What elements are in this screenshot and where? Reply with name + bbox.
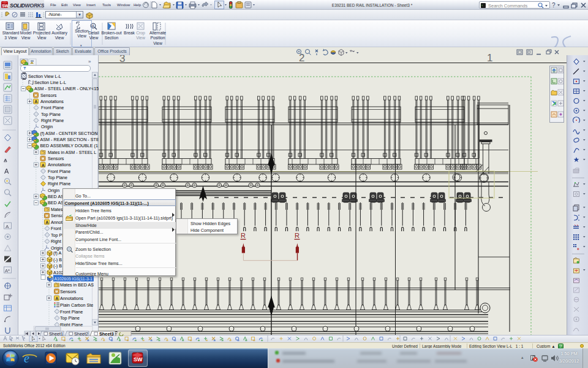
svg-text:Section View L-L: Section View L-L — [28, 74, 61, 79]
svg-text:A: A — [92, 24, 95, 28]
svg-text:?: ? — [552, 2, 556, 9]
svg-text:Front Plane: Front Plane — [41, 105, 64, 110]
svg-text:SW: SW — [134, 356, 143, 362]
svg-text:A*: A* — [5, 268, 10, 274]
svg-text:R: R — [295, 232, 300, 239]
svg-text:A: A — [6, 224, 9, 229]
svg-text:Sensors: Sensors — [40, 93, 57, 98]
svg-text:Mates in BED AS: Mates in BED AS — [60, 282, 94, 288]
svg-text:R: R — [241, 232, 246, 239]
svg-text:Front Plane: Front Plane — [48, 169, 70, 174]
svg-text:A102605 IGS(11-3-1: A102605 IGS(11-3-1 — [55, 277, 92, 282]
svg-text:Top Plane: Top Plane — [60, 315, 80, 321]
svg-text:(f) A: (f) A — [53, 250, 61, 256]
svg-text:Right Plane: Right Plane — [41, 118, 64, 123]
svg-text:»: » — [88, 59, 91, 64]
svg-text:Sheet3: Sheet3 — [99, 331, 114, 337]
svg-text:Right Plane: Right Plane — [48, 181, 70, 186]
svg-text:Front Plane: Front Plane — [60, 309, 83, 315]
svg-text:ASM - REAR SECTION - STE: ASM - REAR SECTION - STE — [40, 137, 99, 142]
svg-text:Annotations: Annotations — [40, 99, 64, 104]
svg-text:Sensors: Sensors — [48, 156, 64, 161]
svg-text:(-) B: (-) B — [53, 257, 62, 263]
svg-text:Plain Carbon Ste: Plain Carbon Ste — [60, 302, 93, 308]
svg-text:Mates in ASM - STEEL L: Mates in ASM - STEEL L — [48, 150, 96, 155]
svg-text:Top Plane: Top Plane — [48, 175, 67, 180]
svg-text:Origin: Origin — [48, 188, 59, 193]
svg-text:SW: SW — [2, 4, 9, 8]
svg-text:ASM - STEEL LINER - ONLY<15: ASM - STEEL LINER - ONLY<15 — [34, 86, 99, 91]
svg-text:A: A — [4, 167, 9, 175]
svg-text:Sheet2: Sheet2 — [74, 331, 88, 337]
svg-text:Annotations: Annotations — [48, 162, 71, 167]
svg-text:A̲: A̲ — [4, 158, 7, 163]
svg-text:(-) B: (-) B — [53, 263, 62, 269]
svg-text:Sheet1: Sheet1 — [49, 331, 63, 337]
svg-text:Annotations: Annotations — [60, 296, 83, 301]
svg-text:Sensors: Sensors — [60, 289, 77, 294]
svg-text:Top Plane: Top Plane — [41, 112, 61, 117]
svg-text:SOLIDWORKS: SOLIDWORKS — [10, 2, 44, 9]
svg-text:(f) ASM - CENTER SECTION: (f) ASM - CENTER SECTION — [40, 131, 98, 136]
svg-text:Section Line L-L: Section Line L-L — [34, 80, 66, 85]
svg-text:e: e — [24, 351, 29, 365]
svg-text:Origin: Origin — [41, 124, 53, 129]
svg-text:BED ASSEMBLY DOUBLE (1:: BED ASSEMBLY DOUBLE (1: — [40, 143, 99, 148]
